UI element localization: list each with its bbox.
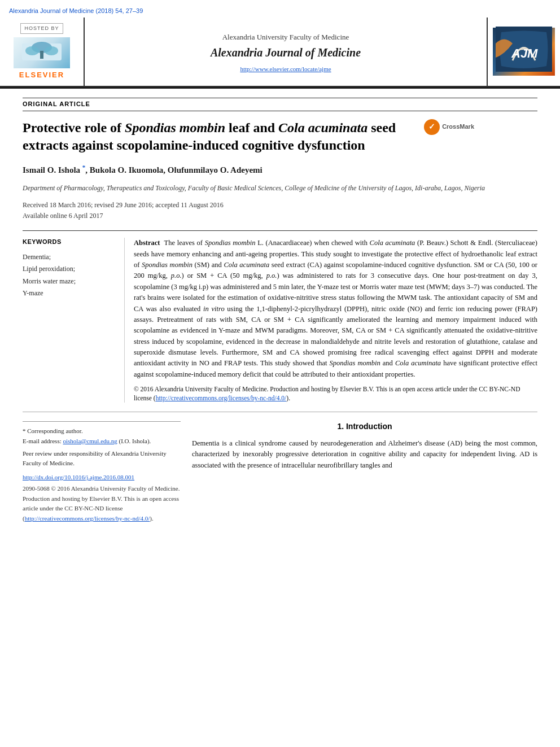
keywords-title: KEYWORDS — [23, 238, 113, 246]
footnotes-block: * Corresponding author. E-mail address: … — [23, 421, 181, 468]
svg-point-4 — [45, 46, 58, 55]
journal-top-bar: HOSTED BY ELSEVIER Alexandria University… — [0, 18, 560, 87]
svg-point-3 — [25, 46, 39, 55]
aim-svg: AJM — [496, 27, 552, 72]
section-divider — [23, 412, 537, 412]
abstract-license: © 2016 Alexandria University Faculty of … — [134, 385, 537, 403]
svg-rect-2 — [40, 51, 43, 59]
crossmark-text: CrossMark — [442, 123, 474, 130]
aim-logo-block: AJM — [487, 18, 560, 86]
keyword-2: Lipid peroxidation; — [23, 263, 113, 276]
doi-link[interactable]: http://dx.doi.org/10.1016/j.ajme.2016.08… — [23, 474, 134, 480]
abstract-keywords-row: KEYWORDS Dementia; Lipid peroxidation; M… — [23, 230, 537, 403]
online-date: Available online 6 April 2017 — [23, 211, 537, 221]
doi-block: http://dx.doi.org/10.1016/j.ajme.2016.08… — [23, 473, 181, 482]
aim-logo-inner: AJM — [493, 28, 555, 76]
authors-text: Ismail O. Ishola *, Bukola O. Ikuomola, … — [23, 165, 262, 174]
keywords-list: Dementia; Lipid peroxidation; Morris wat… — [23, 251, 113, 300]
title-plain-start: Protective role of — [23, 120, 125, 135]
email-suffix: (I.O. Ishola). — [117, 438, 151, 444]
intro-text: Dementia is a clinical syndrome caused b… — [192, 438, 537, 471]
crossmark-icon: ✓ — [424, 119, 440, 135]
journal-university: Alexandria University Faculty of Medicin… — [222, 32, 349, 42]
email-label: E-mail address: — [23, 438, 63, 444]
issn-link[interactable]: http://creativecommons.org/licenses/by-n… — [25, 515, 150, 522]
journal-header: Alexandria Journal of Medicine (2018) 54… — [0, 0, 560, 89]
svg-text:AJM: AJM — [511, 46, 538, 60]
main-content: ORIGINAL ARTICLE Protective role of Spon… — [0, 89, 560, 532]
title-italic1: Spondias mombin — [125, 120, 225, 135]
page-wrapper: Alexandria Journal of Medicine (2018) 54… — [0, 0, 560, 533]
two-col-lower: * Corresponding author. E-mail address: … — [23, 421, 537, 523]
keywords-column: KEYWORDS Dementia; Lipid peroxidation; M… — [23, 238, 113, 403]
left-footnotes-col: * Corresponding author. E-mail address: … — [23, 421, 181, 523]
email-line: E-mail address: oishola@cmul.edu.ng (I.O… — [23, 436, 181, 447]
elsevier-wordmark: ELSEVIER — [19, 70, 64, 80]
crossmark-badge[interactable]: ✓ CrossMark — [424, 119, 474, 135]
hosted-by-label: HOSTED BY — [20, 23, 63, 34]
elsevier-logo-block: HOSTED BY ELSEVIER — [0, 18, 85, 86]
issn-block: 2090-5068 © 2016 Alexandria University F… — [23, 484, 181, 523]
keyword-3: Morris water maze; — [23, 276, 113, 288]
corresponding-author: * Corresponding author. — [23, 426, 181, 436]
elsevier-tree-svg — [16, 41, 67, 66]
journal-url[interactable]: http://www.elsevier.com/locate/ajme — [240, 65, 331, 73]
abstract-text: Abstract The leaves of Spondias mombin L… — [134, 238, 537, 380]
affiliation: Department of Pharmacology, Therapeutics… — [23, 183, 537, 193]
abstract-license-link[interactable]: http://creativecommons.org/licenses/by-n… — [156, 395, 287, 401]
keyword-4: Y-maze — [23, 287, 113, 300]
title-mid: leaf and — [225, 120, 278, 135]
keyword-1: Dementia; — [23, 251, 113, 264]
article-type: ORIGINAL ARTICLE — [23, 98, 537, 111]
cite-line: Alexandria Journal of Medicine (2018) 54… — [0, 5, 560, 18]
title-italic2: Cola acuminata — [278, 120, 368, 135]
introduction-col: 1. Introduction Dementia is a clinical s… — [192, 421, 537, 523]
aim-letters: AJM — [496, 27, 552, 77]
article-title: Protective role of Spondias mombin leaf … — [23, 119, 406, 154]
peer-review-note: Peer review under responsibility of Alex… — [23, 449, 181, 469]
elsevier-image — [14, 37, 70, 68]
authors: Ismail O. Ishola *, Bukola O. Ikuomola, … — [23, 163, 537, 176]
dates: Received 18 March 2016; revised 29 June … — [23, 200, 537, 221]
abstract-label: Abstract — [134, 239, 160, 247]
abstract-column: Abstract The leaves of Spondias mombin L… — [124, 238, 537, 403]
issn-text-end: ). — [150, 515, 153, 522]
journal-name: Alexandria Journal of Medicine — [211, 45, 361, 60]
journal-center: Alexandria University Faculty of Medicin… — [85, 18, 487, 86]
received-date: Received 18 March 2016; revised 29 June … — [23, 200, 537, 211]
intro-heading: 1. Introduction — [192, 421, 537, 433]
email-link[interactable]: oishola@cmul.edu.ng — [63, 438, 117, 444]
